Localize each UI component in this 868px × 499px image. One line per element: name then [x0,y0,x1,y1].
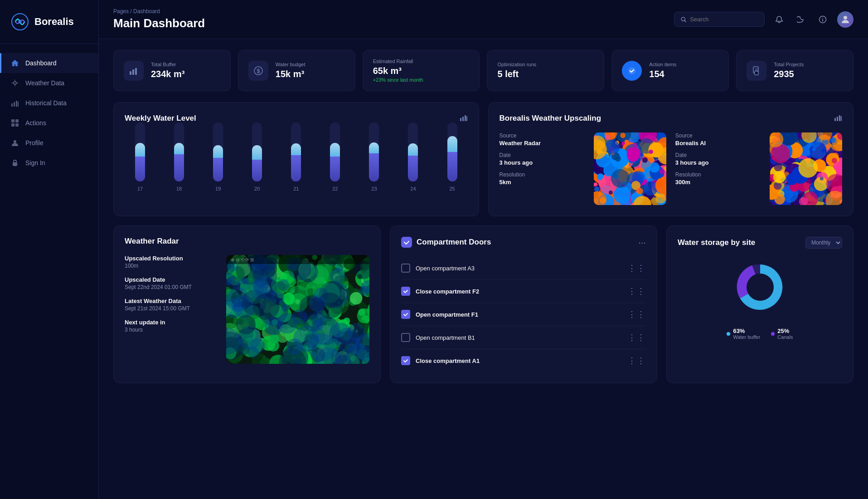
bar-group-19: 19 [203,122,233,191]
upscaling-right-col: Source Borealis AI Date 3 hours ago Reso… [675,132,842,205]
dollar-icon: $ [253,66,263,76]
compartment-checkbox-4[interactable] [401,356,410,365]
water-budget-label: Water budget [276,62,305,67]
notification-button[interactable] [772,12,786,27]
compartment-dots-3[interactable]: ⋮⋮ [628,333,646,342]
sidebar-item-dashboard[interactable]: Dashboard [0,53,98,73]
check-circle-icon [627,66,637,76]
compartment-doors-card: Compartment Doors ··· Open compartment A… [390,225,657,383]
compartment-dots-0[interactable]: ⋮⋮ [628,263,646,273]
search-box[interactable] [674,12,765,27]
stat-card-total-projects: Total Projects 2935 [736,50,853,91]
water-buffer-pct: 63% [733,328,760,334]
canals-pct: 25% [777,328,793,334]
borealis-logo-icon [11,13,29,31]
avatar[interactable] [837,11,853,28]
radar-field-label-1: Upscaled Date [125,276,215,283]
svg-rect-31 [460,118,461,121]
bar-group-17: 17 [125,122,155,191]
left-source-value: Weather Radar [499,140,587,147]
compartment-checkbox-1[interactable] [401,287,410,296]
compartment-checkbox-3[interactable] [401,333,410,342]
person-icon [11,139,19,147]
compartment-name-2: Open compartment F1 [416,311,622,318]
grid-icon [11,119,19,127]
compartment-checkbox-2[interactable] [401,310,410,319]
bar-group-22: 22 [320,122,350,191]
radar-field-label-2: Latest Weather Data [125,298,215,304]
legend-water-buffer: 63% Water buffer [727,328,760,340]
bar-23 [369,122,379,181]
total-buffer-value: 234k m³ [151,69,185,79]
legend-canals: 25% Canals [771,328,793,340]
home-icon [11,59,19,67]
svg-rect-10 [18,102,19,107]
svg-rect-23 [130,71,131,75]
bar-group-21: 21 [281,122,311,191]
right-source-value: Borealis AI [675,140,762,147]
sidebar-item-weather-data[interactable]: Weather Data [0,73,98,93]
content-area: Total Buffer 234k m³ $ Water budget 15k … [99,39,868,499]
sidebar-label-sign-in: Sign In [25,159,45,166]
bar-17 [135,122,145,181]
svg-rect-25 [135,68,137,75]
water-buffer-label: Water buffer [733,334,760,340]
sidebar-item-sign-in[interactable]: Sign In [0,153,98,173]
compartment-dots-4[interactable]: ⋮⋮ [628,356,646,366]
weekly-water-level-card: Weekly Water Level [113,102,479,216]
weather-upscaling-card: Borealis Weather Upscaling Source [488,102,854,216]
compartment-doors-header: Compartment Doors ··· [401,237,646,248]
compartment-checkbox-0[interactable] [401,264,410,273]
dark-mode-button[interactable] [794,12,808,27]
period-select[interactable]: Monthly Weekly Yearly [805,237,842,249]
compartment-dots-1[interactable]: ⋮⋮ [628,286,646,296]
compartment-menu[interactable]: ··· [638,237,646,248]
search-input[interactable] [690,16,758,23]
optimization-runs-info: Optimization runs 5 left [497,62,536,79]
right-resolution-value: 300m [675,179,762,186]
cloud-icon [11,79,19,87]
svg-rect-13 [11,123,15,127]
left-source-label: Source [499,132,587,139]
sidebar-item-historical-data[interactable]: Historical Data [0,93,98,113]
compartment-dots-2[interactable]: ⋮⋮ [628,309,646,319]
svg-rect-11 [11,119,15,122]
svg-rect-30 [755,71,758,75]
weather-radar-title: Weather Radar [125,237,179,246]
info-button[interactable] [815,12,830,27]
check-icon [403,239,410,245]
svg-point-22 [844,16,847,20]
weather-radar-header: Weather Radar [125,237,369,246]
avatar-image [840,14,851,25]
weather-canvas-1 [594,132,666,205]
svg-point-2 [14,82,16,84]
sidebar-item-actions[interactable]: Actions [0,113,98,133]
total-buffer-label: Total Buffer [151,62,185,67]
bar-20 [252,122,262,181]
search-icon [681,16,686,23]
bar-group-25: 25 [437,122,468,191]
weekly-water-options[interactable] [460,113,468,123]
upscaling-options[interactable] [834,113,842,123]
radar-info: Upscaled Resolution 100m Upscaled Date S… [125,255,215,364]
moon-icon [797,15,805,24]
water-storage-header: Water storage by site Monthly Weekly Yea… [678,237,842,249]
svg-rect-24 [132,69,134,75]
total-projects-value: 2935 [774,69,804,79]
svg-point-21 [822,17,823,18]
optimization-runs-label: Optimization runs [497,62,536,67]
total-projects-label: Total Projects [774,62,804,67]
weekly-water-header: Weekly Water Level [125,113,468,123]
sidebar: Borealis Dashboard Weather Data [0,0,99,499]
estimated-rainfall-label: Estimated Rainfall [373,59,423,64]
estimated-rainfall-sub: +23% since last month [373,77,423,83]
svg-line-18 [684,20,686,22]
bar-19 [213,122,223,181]
weather-radar-card: Weather Radar Upscaled Resolution 100m U… [113,225,381,383]
weekly-water-chart: 17 18 19 [125,132,468,205]
radar-field-value-0: 100m [125,263,215,269]
sidebar-label-profile: Profile [25,139,44,147]
sidebar-item-profile[interactable]: Profile [0,133,98,153]
total-projects-info: Total Projects 2935 [774,62,804,79]
weekly-water-title: Weekly Water Level [125,114,196,123]
